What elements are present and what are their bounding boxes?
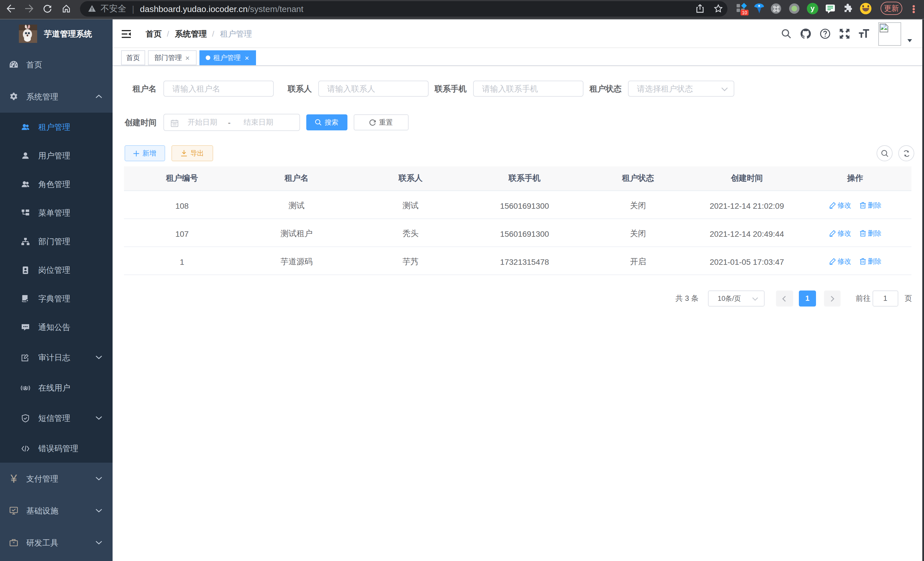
svg-text:10: 10 (742, 10, 747, 15)
